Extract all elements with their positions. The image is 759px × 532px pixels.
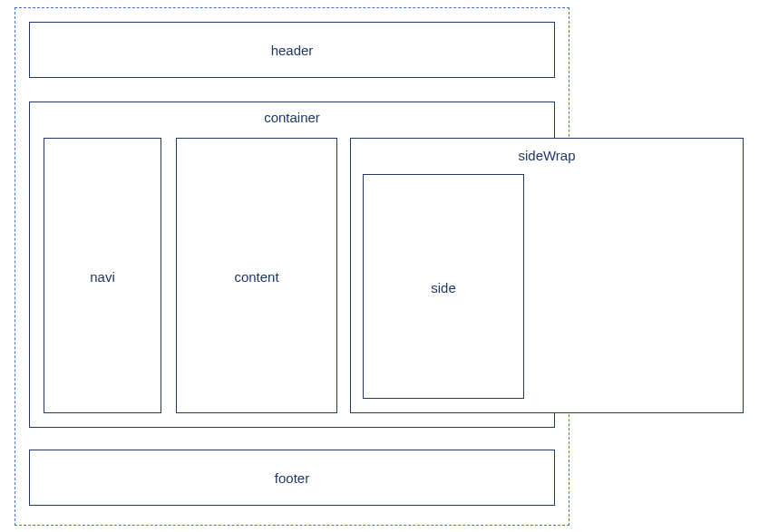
footer-box: footer	[29, 450, 555, 506]
container-label: container	[30, 110, 554, 125]
side-box: side	[363, 174, 524, 399]
side-label: side	[364, 280, 523, 295]
content-label: content	[177, 269, 336, 285]
header-label: header	[30, 43, 554, 58]
header-box: header	[29, 22, 555, 78]
navi-box: navi	[44, 138, 161, 413]
content-box: content	[176, 138, 337, 413]
navi-label: navi	[44, 269, 161, 285]
sidewrap-label: sideWrap	[351, 148, 743, 163]
footer-label: footer	[30, 470, 554, 486]
